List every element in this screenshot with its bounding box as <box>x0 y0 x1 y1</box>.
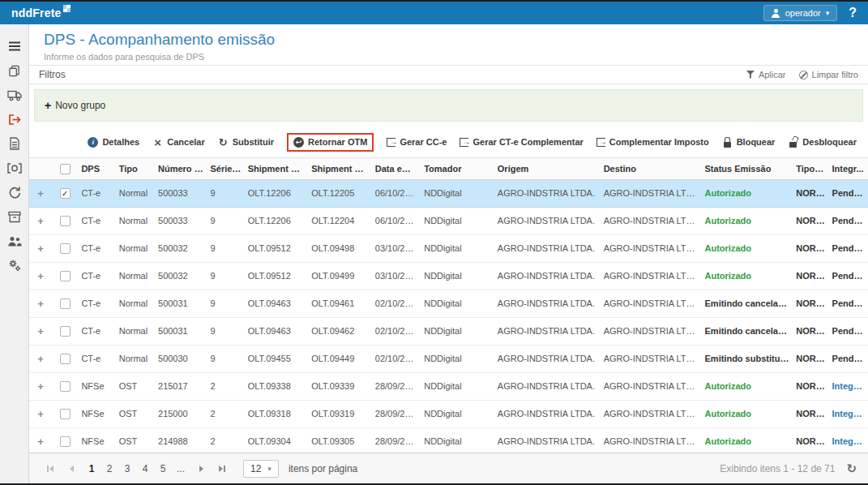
column-header-tipo-o[interactable]: Tipo o... <box>793 158 828 180</box>
detalhes-button[interactable]: Detalhes <box>88 137 139 148</box>
expand-row-button[interactable]: + <box>37 408 44 420</box>
table-row[interactable]: +CT-eNormal5000329OLT.09512OLT.0949903/1… <box>29 262 868 290</box>
prev-page-button[interactable] <box>62 459 81 479</box>
table-row[interactable]: +CT-eNormal5000319OLT.09463OLT.0946202/1… <box>29 317 868 345</box>
gerar-cc-e-button[interactable]: Gerar CC-e <box>387 137 447 147</box>
app-logo[interactable]: nddFrete <box>11 6 71 19</box>
expand-row-button[interactable]: + <box>37 187 44 200</box>
page-5-button[interactable]: 5 <box>154 459 172 479</box>
complementar-imposto-button[interactable]: Complementar Imposto <box>596 137 709 147</box>
cell-shipment-sell: OLT.09463 <box>245 317 309 345</box>
sidebar-item-document[interactable] <box>0 131 29 156</box>
column-header-data-emi[interactable]: Data emi... <box>372 158 421 180</box>
cell-tipo-operacao: NORM... <box>793 207 828 234</box>
pagination-bar: 12345... 12 ▾ itens por página Exibindo … <box>29 453 868 483</box>
row-checkbox[interactable] <box>60 216 71 226</box>
column-header-s-rie[interactable]: Série ... <box>207 158 244 180</box>
cell-dps: NFSe <box>78 372 115 400</box>
page-3-button[interactable]: 3 <box>118 459 136 479</box>
desbloquear-button[interactable]: Desbloquear <box>788 137 857 148</box>
cell-dps: NFSe <box>78 427 115 453</box>
select-all-checkbox[interactable] <box>60 164 71 174</box>
menu-icon <box>8 41 21 52</box>
last-page-button[interactable] <box>212 459 232 479</box>
clear-filter-button[interactable]: Limpar filtro <box>799 70 858 79</box>
gerar-ct-e-complementar-button[interactable]: Gerar CT-e Complementar <box>460 137 583 147</box>
expand-row-button[interactable]: + <box>37 242 44 255</box>
expand-row-button[interactable]: + <box>37 215 44 227</box>
row-checkbox[interactable] <box>60 354 71 364</box>
page-ellipsis[interactable]: ... <box>172 459 190 479</box>
cell-tomador: NDDigital <box>421 234 494 262</box>
row-checkbox[interactable] <box>60 409 71 419</box>
expand-row-button[interactable]: + <box>37 353 44 365</box>
cell-status-emissao: Autorizado <box>702 234 793 262</box>
column-header-shipment-buy[interactable]: Shipment Buy <box>308 158 372 180</box>
page-4-button[interactable]: 4 <box>136 459 154 479</box>
cell-dps: CT-e <box>78 179 115 207</box>
column-header-checkbox[interactable] <box>52 158 78 180</box>
table-row[interactable]: +NFSeOST2150172OLT.09338OLT.0933928/09/2… <box>29 372 868 400</box>
expand-row-button[interactable]: + <box>37 298 44 310</box>
table-row[interactable]: +CT-eNormal5000339OLT.12206OLT.1220406/1… <box>29 207 868 234</box>
table-container: DPSTipoNúmero DPSSérie ...Shipment SellS… <box>29 157 868 453</box>
row-checkbox[interactable] <box>60 298 71 309</box>
next-page-button[interactable] <box>191 459 211 479</box>
new-group-button[interactable]: + Novo grupo <box>45 99 105 112</box>
expand-row-button[interactable]: + <box>37 325 44 337</box>
column-header-dps[interactable]: DPS <box>78 158 115 180</box>
plus-icon: + <box>45 99 51 112</box>
column-header-destino[interactable]: Destino <box>601 158 702 180</box>
retornar-otm-button[interactable]: Retornar OTM <box>287 133 374 152</box>
expand-row-button[interactable]: + <box>37 436 44 448</box>
page-1-button[interactable]: 1 <box>83 459 100 479</box>
table-row[interactable]: +NFSeOST2149882OLT.09304OLT.0930528/09/2… <box>29 427 868 453</box>
column-header-tomador[interactable]: Tomador <box>421 158 494 180</box>
first-page-button[interactable] <box>41 459 60 479</box>
sidebar-item-gears[interactable] <box>0 253 29 277</box>
sidebar-item-sync[interactable] <box>0 180 29 204</box>
row-checkbox[interactable] <box>60 271 71 281</box>
refresh-icon[interactable]: ↻ <box>846 461 857 476</box>
bloquear-button[interactable]: Bloquear <box>722 137 776 148</box>
banknote-icon <box>7 163 22 174</box>
row-checkbox[interactable] <box>60 381 71 392</box>
expand-row-button[interactable]: + <box>37 270 44 282</box>
box-icon <box>8 211 21 223</box>
help-button[interactable]: ? <box>849 6 860 20</box>
table-row[interactable]: +✓CT-eNormal5000339OLT.12206OLT.1220506/… <box>29 179 868 207</box>
row-checkbox[interactable] <box>60 436 71 447</box>
cell-tipo-operacao: NORM... <box>793 400 828 427</box>
column-header-tipo[interactable]: Tipo <box>116 158 155 180</box>
column-header-status-emiss-o[interactable]: Status Emissão <box>702 158 793 180</box>
column-header-integr[interactable]: Integr... <box>829 158 868 180</box>
user-menu-button[interactable]: operador ▾ <box>763 5 838 21</box>
sidebar-item-menu[interactable] <box>0 34 29 58</box>
expand-row-button[interactable]: + <box>37 380 44 393</box>
toolbar-button-label: Desbloquear <box>802 137 857 147</box>
sidebar-item-truck[interactable] <box>0 83 29 107</box>
cancelar-button[interactable]: Cancelar <box>152 137 204 148</box>
substituir-button[interactable]: Substituir <box>218 137 274 148</box>
column-header-shipment-sell[interactable]: Shipment Sell <box>245 158 309 180</box>
row-checkbox[interactable] <box>60 326 71 337</box>
sidebar-item-users[interactable] <box>0 229 29 253</box>
column-header-n-mero-dps[interactable]: Número DPS <box>155 158 207 180</box>
column-header-expand[interactable] <box>29 158 52 180</box>
column-header-origem[interactable]: Origem <box>494 158 601 180</box>
table-row[interactable]: +NFSeOST2150002OLT.09318OLT.0931928/09/2… <box>29 400 868 427</box>
page-2-button[interactable]: 2 <box>100 459 118 479</box>
table-row[interactable]: +CT-eNormal5000309OLT.09455OLT.0944902/1… <box>29 345 868 372</box>
apply-filter-button[interactable]: Aplicar <box>746 70 786 79</box>
table-row[interactable]: +CT-eNormal5000329OLT.09512OLT.0949803/1… <box>29 234 868 262</box>
row-checkbox[interactable] <box>60 243 71 254</box>
table-row[interactable]: +CT-eNormal5000319OLT.09463OLT.0946102/1… <box>29 290 868 317</box>
sidebar-item-box[interactable] <box>0 204 29 229</box>
sidebar-item-banknote[interactable] <box>0 156 29 180</box>
cell-tipo: OST <box>116 372 155 400</box>
page-size-select[interactable]: 12 ▾ <box>243 460 279 478</box>
sidebar-item-sign-out[interactable] <box>0 107 29 131</box>
sidebar-item-pages[interactable] <box>0 58 29 83</box>
row-checkbox[interactable]: ✓ <box>60 188 71 199</box>
cell-numero-dps: 500032 <box>155 234 207 262</box>
